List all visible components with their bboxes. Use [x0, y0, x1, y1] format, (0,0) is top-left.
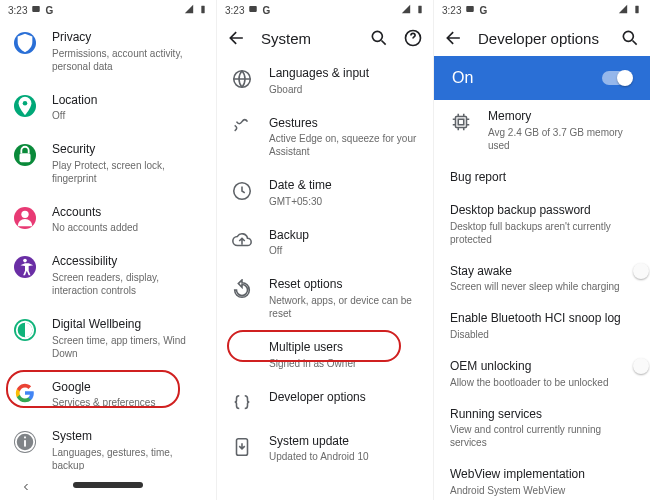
help-button[interactable]: [403, 28, 423, 48]
dev-item-memory[interactable]: Memory Avg 2.4 GB of 3.7 GB memory used: [434, 100, 650, 161]
braces-icon: [231, 392, 253, 414]
item-subtitle: No accounts added: [52, 221, 138, 234]
settings-main-pane: 3:23 G Privacy Permissions, account acti…: [0, 0, 217, 500]
status-bar: 3:23 G: [434, 0, 650, 20]
settings-item-digital-wellbeing[interactable]: Digital Wellbeing Screen time, app timer…: [0, 307, 216, 370]
svg-point-15: [372, 31, 382, 41]
item-subtitle: Screen time, app timers, Wind Down: [52, 334, 202, 360]
back-button[interactable]: [227, 28, 247, 48]
svg-rect-1: [201, 6, 204, 14]
dev-item-oem-unlocking[interactable]: OEM unlocking Allow the bootloader to be…: [434, 350, 650, 398]
svg-rect-21: [467, 6, 475, 12]
android-nav-bar: [0, 470, 216, 500]
master-toggle-row[interactable]: On: [434, 56, 650, 100]
dev-item-stay-awake[interactable]: Stay awake Screen will never sleep while…: [434, 255, 650, 303]
status-bar: 3:23 G: [217, 0, 433, 20]
svg-rect-14: [418, 6, 421, 14]
reset-icon: [231, 279, 253, 301]
item-label: Running services: [450, 407, 634, 423]
item-subtitle: Play Protect, screen lock, fingerprint: [52, 159, 202, 185]
settings-item-privacy[interactable]: Privacy Permissions, account activity, p…: [0, 20, 216, 83]
master-switch[interactable]: [602, 71, 632, 85]
battery-icon: [198, 4, 208, 16]
svg-rect-0: [33, 6, 41, 12]
status-time: 3:23: [442, 5, 461, 16]
search-button[interactable]: [369, 28, 389, 48]
gesture-icon: [231, 118, 253, 140]
item-subtitle: Android System WebView: [450, 484, 585, 497]
item-subtitle: Updated to Android 10: [269, 450, 369, 463]
battery-icon: [632, 4, 642, 16]
item-subtitle: Permissions, account activity, personal …: [52, 47, 202, 73]
svg-rect-25: [458, 119, 464, 125]
svg-rect-8: [24, 440, 26, 446]
settings-item-security[interactable]: Security Play Protect, screen lock, fing…: [0, 132, 216, 195]
clock-icon: [231, 180, 253, 202]
svg-point-2: [23, 101, 28, 106]
system-item-multiple-users[interactable]: Multiple users Signed in as Owner: [217, 330, 433, 380]
item-subtitle: Signed in as Owner: [269, 357, 356, 370]
svg-rect-22: [635, 6, 638, 14]
nav-back-icon[interactable]: [20, 479, 32, 491]
svg-rect-9: [24, 437, 26, 439]
wellbeing-icon: [14, 319, 36, 341]
item-subtitle: Avg 2.4 GB of 3.7 GB memory used: [488, 126, 634, 152]
item-subtitle: Screen will never sleep while charging: [450, 280, 620, 293]
system-item-date-time[interactable]: Date & time GMT+05:30: [217, 168, 433, 218]
dev-item-webview-implementation[interactable]: WebView implementation Android System We…: [434, 458, 650, 500]
item-subtitle: Gboard: [269, 83, 369, 96]
globe-icon: [231, 68, 253, 90]
chip-icon: [450, 111, 472, 133]
item-label: Google: [52, 380, 155, 396]
message-icon: [465, 4, 475, 16]
item-label: Reset options: [269, 277, 419, 293]
settings-item-accounts[interactable]: Accounts No accounts added: [0, 195, 216, 245]
item-subtitle: Off: [52, 109, 97, 122]
item-label: Location: [52, 93, 97, 109]
svg-rect-3: [20, 153, 31, 162]
item-subtitle: Active Edge on, squeeze for your Assista…: [269, 132, 419, 158]
item-label: Developer options: [269, 390, 366, 406]
app-bar: System: [217, 20, 433, 56]
system-item-gestures[interactable]: Gestures Active Edge on, squeeze for you…: [217, 106, 433, 169]
item-label: Backup: [269, 228, 309, 244]
google-icon: [14, 382, 36, 404]
master-toggle-label: On: [452, 69, 473, 87]
item-label: Desktop backup password: [450, 203, 634, 219]
signal-icon: [618, 4, 628, 16]
lock-icon: [14, 144, 36, 166]
update-icon: [231, 436, 253, 458]
nav-home-pill[interactable]: [73, 482, 143, 488]
system-item-backup[interactable]: Backup Off: [217, 218, 433, 268]
info-icon: [14, 431, 36, 453]
user-icon: [231, 342, 253, 364]
svg-point-19: [238, 346, 245, 353]
settings-item-location[interactable]: Location Off: [0, 83, 216, 133]
item-subtitle: Disabled: [450, 328, 621, 341]
system-item-languages-input[interactable]: Languages & input Gboard: [217, 56, 433, 106]
settings-item-accessibility[interactable]: Accessibility Screen readers, display, i…: [0, 244, 216, 307]
access-icon: [14, 256, 36, 278]
search-button[interactable]: [620, 28, 640, 48]
item-label: Privacy: [52, 30, 202, 46]
system-item-developer-options[interactable]: Developer options: [217, 380, 433, 424]
user-icon: [14, 207, 36, 229]
back-button[interactable]: [444, 28, 464, 48]
settings-item-google[interactable]: Google Services & preferences: [0, 370, 216, 420]
item-subtitle: GMT+05:30: [269, 195, 332, 208]
item-label: WebView implementation: [450, 467, 585, 483]
dev-item-bug-report[interactable]: Bug report: [434, 161, 650, 195]
system-pane: 3:23 G System Languages & input Gboard G…: [217, 0, 434, 500]
item-subtitle: View and control currently running servi…: [450, 423, 634, 449]
system-item-reset-options[interactable]: Reset options Network, apps, or device c…: [217, 267, 433, 330]
system-item-system-update[interactable]: System update Updated to Android 10: [217, 424, 433, 474]
app-bar: Developer options: [434, 20, 650, 56]
dev-item-running-services[interactable]: Running services View and control curren…: [434, 398, 650, 459]
item-label: Digital Wellbeing: [52, 317, 202, 333]
battery-icon: [415, 4, 425, 16]
dev-item-desktop-backup-password[interactable]: Desktop backup password Desktop full bac…: [434, 194, 650, 255]
item-label: Languages & input: [269, 66, 369, 82]
dev-item-enable-bluetooth-hci-snoop-log[interactable]: Enable Bluetooth HCI snoop log Disabled: [434, 302, 650, 350]
item-subtitle: Allow the bootloader to be unlocked: [450, 376, 608, 389]
svg-point-5: [23, 259, 27, 263]
